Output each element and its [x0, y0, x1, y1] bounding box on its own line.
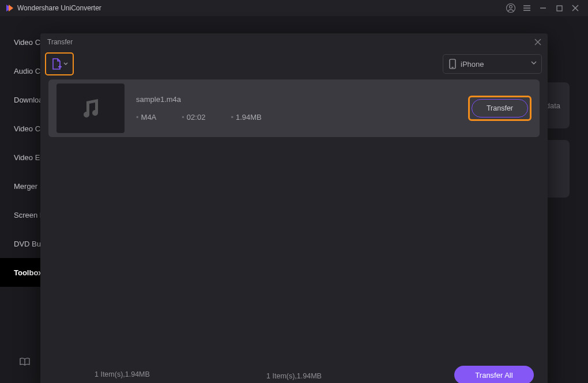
svg-rect-6: [557, 6, 562, 11]
menu-icon[interactable]: [519, 0, 535, 16]
modal-close-button[interactable]: [532, 36, 544, 48]
item-count-center: 1 Item(s),1.94MB: [266, 372, 322, 380]
transfer-modal: Transfer: [40, 33, 548, 383]
logo-icon: [5, 3, 14, 13]
background-card-label: data: [546, 101, 560, 110]
item-meta: sample1.m4a •M4A •02:02 •1.94MB: [136, 95, 457, 122]
minimize-icon[interactable]: [535, 0, 551, 16]
close-icon: [534, 39, 541, 45]
guide-icon[interactable]: [20, 358, 30, 368]
chevron-down-icon: [63, 62, 68, 66]
app-logo: Wondershare UniConverter: [5, 3, 101, 13]
svg-point-1: [510, 5, 512, 8]
file-list: sample1.m4a •M4A •02:02 •1.94MB Transfer: [40, 77, 548, 359]
item-size: •1.94MB: [231, 113, 261, 122]
title-bar: Wondershare UniConverter: [0, 0, 588, 16]
item-filename: sample1.m4a: [136, 95, 457, 104]
account-icon[interactable]: [503, 0, 519, 16]
maximize-icon[interactable]: [551, 0, 567, 16]
device-select[interactable]: iPhone: [443, 54, 542, 74]
add-file-button[interactable]: [45, 52, 74, 75]
add-file-icon: [51, 58, 62, 70]
transfer-button[interactable]: Transfer: [472, 99, 528, 117]
modal-title: Transfer: [47, 38, 73, 46]
modal-footer: 1 Item(s),1.94MB 1 Item(s),1.94MB Transf…: [40, 359, 548, 383]
sidebar-item-label: Toolbox: [14, 268, 43, 277]
item-count-left: 1 Item(s),1.94MB: [95, 370, 150, 378]
transfer-all-button[interactable]: Transfer All: [454, 366, 534, 383]
transfer-all-label: Transfer All: [475, 371, 512, 380]
list-item: sample1.m4a •M4A •02:02 •1.94MB Transfer: [48, 79, 540, 137]
chevron-down-icon: [531, 60, 537, 65]
item-duration: •02:02: [182, 113, 205, 122]
sidebar-item-label: Merger: [14, 182, 37, 191]
device-label: iPhone: [461, 60, 484, 69]
transfer-button-highlight: Transfer: [468, 96, 532, 121]
modal-toolbar: iPhone: [40, 51, 548, 77]
phone-icon: [449, 59, 456, 69]
close-window-icon[interactable]: [567, 0, 583, 16]
app-title: Wondershare UniConverter: [17, 4, 101, 12]
modal-header: Transfer: [40, 33, 548, 51]
transfer-button-label: Transfer: [487, 104, 513, 112]
item-format: •M4A: [136, 113, 156, 122]
music-icon: [78, 96, 103, 121]
item-thumbnail: [56, 84, 125, 133]
